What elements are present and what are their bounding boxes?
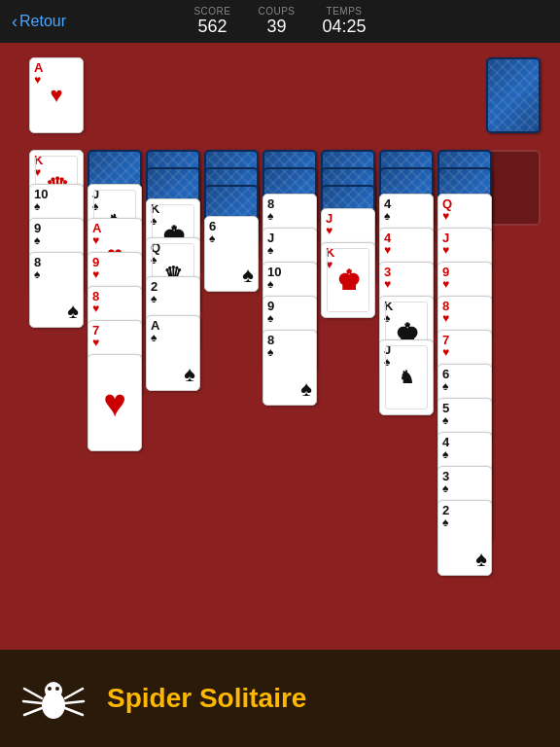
back-chevron-icon: ‹: [12, 12, 18, 32]
completed-slot: [486, 150, 541, 226]
completed-ace-hearts: A♥ ♥: [29, 57, 84, 133]
temps-value: 04:25: [323, 17, 367, 38]
coups-stat: COUPS 39: [258, 6, 295, 38]
svg-line-4: [24, 689, 42, 698]
svg-point-1: [45, 682, 62, 699]
score-label: SCORE: [193, 6, 230, 17]
score-value: 562: [193, 17, 230, 38]
svg-point-2: [48, 687, 52, 691]
card-2-spades-c8[interactable]: 2♠ ♠: [438, 500, 492, 576]
card-heart-large: ♥: [88, 354, 142, 451]
game-title: Spider Solitaire: [107, 683, 306, 714]
svg-point-3: [55, 687, 59, 691]
header: ‹ Retour SCORE 562 COUPS 39 TEMPS 04:25: [0, 0, 560, 43]
card-j-spades-c7[interactable]: J♠ ♞: [379, 339, 434, 415]
coups-value: 39: [258, 17, 295, 38]
svg-line-8: [65, 701, 84, 703]
game-area[interactable]: A♥ ♥ K♥ ♛ 10♠ 9♠ 8♠ ♠ J♠ ♞ A♥ ♥ 9♥ 8♥ 7♥…: [0, 43, 560, 650]
score-stat: SCORE 562: [193, 6, 230, 38]
card-a-spades[interactable]: A♠ ♠: [146, 315, 200, 391]
svg-line-7: [65, 689, 83, 698]
card-6-spades[interactable]: 6♠ ♠: [204, 216, 259, 292]
card-k-hearts-c6-face[interactable]: K♥ ♚: [321, 242, 375, 318]
back-label: Retour: [19, 13, 66, 30]
back-button[interactable]: ‹ Retour: [12, 12, 66, 32]
temps-stat: TEMPS 04:25: [323, 6, 367, 38]
coups-label: COUPS: [258, 6, 295, 17]
deck[interactable]: [486, 57, 541, 133]
svg-line-9: [65, 708, 83, 715]
bottom-bar: Spider Solitaire: [0, 650, 560, 747]
svg-line-6: [24, 708, 42, 715]
card-8-spades-c5b[interactable]: 8♠ ♠: [262, 330, 317, 406]
card-8-spades-c1[interactable]: 8♠ ♠: [29, 252, 84, 328]
svg-line-5: [23, 701, 42, 703]
header-stats: SCORE 562 COUPS 39 TEMPS 04:25: [193, 6, 366, 38]
temps-label: TEMPS: [323, 6, 367, 17]
spider-icon: [19, 664, 88, 732]
